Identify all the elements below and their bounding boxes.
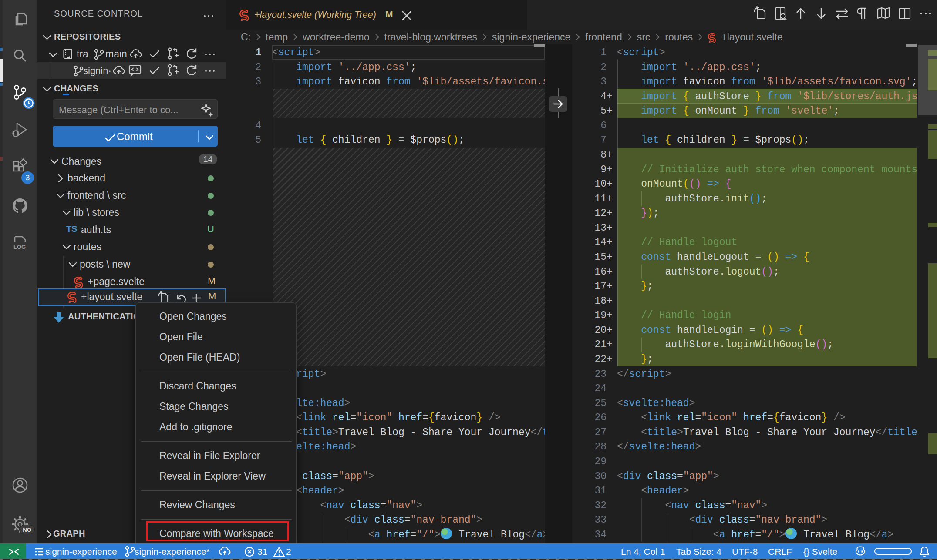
svg-text:LOG: LOG — [13, 244, 26, 250]
